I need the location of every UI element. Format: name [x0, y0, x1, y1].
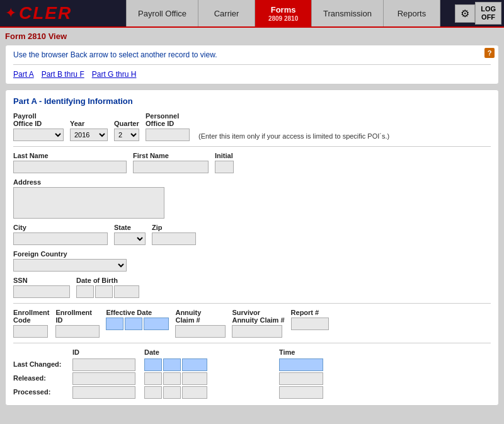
first-name-input[interactable]: [133, 161, 209, 173]
logo-text: CLER: [19, 3, 72, 23]
nav-tab-forms[interactable]: Forms 2809 2810: [255, 0, 312, 26]
released-date-month[interactable]: [144, 372, 162, 385]
processed-date-day[interactable]: [163, 386, 181, 399]
report-num-input[interactable]: [291, 318, 329, 330]
payroll-office-id-label: PayrollOffice ID: [13, 112, 64, 127]
field-last-name: Last Name: [13, 152, 127, 173]
personnel-office-id-input[interactable]: [146, 129, 190, 141]
field-dob: Date of Birth: [76, 277, 139, 298]
released-date-day[interactable]: [163, 372, 181, 385]
app-header: ✦ CLER Payroll Office Carrier Forms 2809…: [0, 0, 504, 28]
effective-date-day-input[interactable]: 01: [125, 318, 142, 330]
nav-tab-payroll-office-label: Payroll Office: [138, 9, 186, 18]
field-state: State: [114, 224, 146, 245]
zip-input[interactable]: [152, 232, 196, 245]
nav-tabs: Payroll Office Carrier Forms 2809 2810 T…: [126, 0, 455, 26]
logo-area: ✦ CLER: [0, 1, 126, 26]
released-time[interactable]: [279, 372, 323, 385]
last-changed-id-input[interactable]: [72, 358, 135, 371]
state-label: State: [114, 224, 146, 231]
processed-date-year[interactable]: [182, 386, 207, 399]
dob-year-input[interactable]: [114, 285, 139, 298]
nav-tab-reports[interactable]: Reports: [384, 0, 440, 26]
survivor-annuity-label: SurvivorAnnuity Claim #: [232, 309, 284, 324]
field-report-num: Report #: [291, 309, 329, 330]
nav-tab-transmission-label: Transmission: [323, 9, 372, 18]
payroll-office-id-select[interactable]: [13, 129, 64, 141]
effective-date-year-input[interactable]: 2016: [144, 318, 169, 330]
field-annuity-claim: AnnuityClaim #: [175, 309, 226, 338]
quarter-select[interactable]: 2: [114, 129, 139, 141]
processed-date-month[interactable]: [144, 386, 162, 399]
last-changed-label: Last Changed:: [13, 360, 70, 368]
foreign-country-select[interactable]: [13, 259, 127, 272]
help-icon[interactable]: ?: [484, 48, 495, 58]
processed-time[interactable]: [279, 386, 323, 399]
field-foreign-country: Foreign Country: [13, 250, 127, 272]
city-input[interactable]: [13, 232, 108, 245]
quarter-label: Quarter: [114, 120, 139, 127]
part-b-thru-f-link[interactable]: Part B thru F: [42, 70, 84, 79]
initial-input[interactable]: [215, 161, 234, 173]
address-label: Address: [13, 178, 164, 186]
row-city-state-zip: City State Zip: [13, 224, 491, 245]
nav-tab-carrier-label: Carrier: [214, 9, 239, 18]
field-first-name: First Name: [133, 152, 209, 173]
last-changed-date-year[interactable]: 2016: [182, 358, 207, 371]
state-select[interactable]: [114, 232, 146, 245]
released-date-year[interactable]: [182, 372, 207, 385]
info-message: Use the browser Back arrow to select ano…: [13, 50, 491, 59]
part-a-title: Part A - Identifying Information: [13, 96, 491, 106]
field-address: Address: [13, 178, 164, 219]
nav-right: ⚙ LOGOFF: [455, 2, 504, 25]
enrollment-code-label: EnrollmentCode: [13, 309, 49, 324]
field-payroll-office-id: PayrollOffice ID: [13, 112, 64, 141]
field-zip: Zip: [152, 224, 196, 245]
effective-date-month-input[interactable]: 01: [106, 318, 123, 330]
last-changed-date-month[interactable]: 07: [144, 358, 162, 371]
field-enrollment-id: EnrollmentID: [55, 309, 100, 338]
processed-label: Processed:: [13, 388, 70, 396]
initial-label: Initial: [215, 152, 234, 159]
last-name-input[interactable]: [13, 161, 127, 173]
enrollment-code-input[interactable]: [13, 325, 48, 338]
dob-month-input[interactable]: [76, 285, 94, 298]
nav-tab-carrier[interactable]: Carrier: [198, 0, 255, 26]
annuity-claim-input[interactable]: [175, 325, 226, 338]
id-col-header: ID: [72, 348, 142, 356]
field-ssn: SSN: [13, 277, 70, 298]
nav-tab-payroll-office[interactable]: Payroll Office: [126, 0, 198, 26]
dob-day-input[interactable]: [95, 285, 113, 298]
info-box: ? Use the browser Back arrow to select a…: [5, 45, 499, 84]
enrollment-id-input[interactable]: [55, 325, 100, 338]
dob-label: Date of Birth: [76, 277, 139, 284]
last-changed-time[interactable]: 14:03:17: [279, 358, 323, 371]
processed-id-input[interactable]: [72, 386, 135, 399]
field-initial: Initial: [215, 152, 234, 173]
personnel-office-id-label: PersonnelOffice ID: [146, 112, 190, 127]
row-address: Address: [13, 178, 491, 219]
nav-tab-forms-sub: 2809 2810: [268, 15, 298, 22]
last-name-label: Last Name: [13, 152, 127, 159]
gear-button[interactable]: ⚙: [455, 4, 475, 23]
part-g-thru-h-link[interactable]: Part G thru H: [92, 70, 137, 79]
field-personnel-office-id: PersonnelOffice ID: [146, 112, 190, 141]
year-select[interactable]: 2016: [70, 129, 108, 141]
last-changed-date-day[interactable]: 27: [163, 358, 181, 371]
address-input[interactable]: [13, 187, 164, 219]
nav-tab-transmission[interactable]: Transmission: [312, 0, 384, 26]
survivor-annuity-input[interactable]: [232, 325, 282, 338]
row-payroll-info: PayrollOffice ID Year 2016 Quarter 2 Per…: [13, 112, 491, 141]
form-section-part-a: Part A - Identifying Information Payroll…: [5, 89, 499, 406]
log-off-button[interactable]: LOGOFF: [475, 2, 501, 25]
released-label: Released:: [13, 374, 70, 382]
nav-tab-reports-label: Reports: [398, 9, 427, 18]
first-name-label: First Name: [133, 152, 209, 159]
row-name: Last Name First Name Initial: [13, 152, 491, 173]
field-city: City: [13, 224, 108, 245]
part-a-link[interactable]: Part A: [13, 70, 34, 79]
personnel-office-hint: (Enter this item only if your access is …: [198, 132, 389, 141]
released-id-input[interactable]: [72, 372, 135, 385]
ssn-input[interactable]: [13, 285, 70, 298]
city-label: City: [13, 224, 108, 231]
